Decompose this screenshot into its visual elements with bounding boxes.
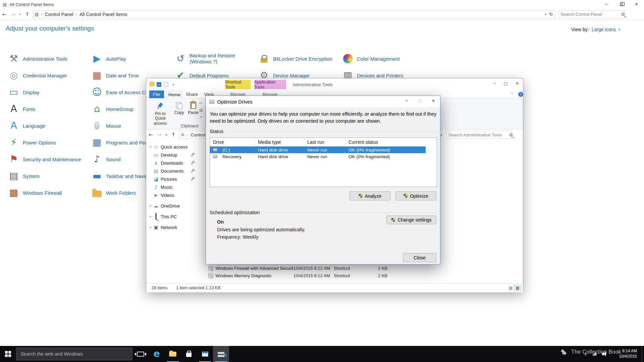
analyze-button[interactable]: Analyze — [350, 191, 390, 200]
control-panel-search-input[interactable] — [560, 12, 620, 17]
breadcrumb-control-panel[interactable]: Control Panel — [45, 12, 73, 17]
application-tools-tab[interactable]: Application Tools — [254, 80, 286, 89]
taskbar-clock[interactable]: 8:14 AM 10/4/2015 — [610, 349, 637, 359]
tab-file[interactable]: File — [149, 90, 164, 98]
chevron-collapsed-icon[interactable]: ▸ — [148, 204, 153, 207]
close-button[interactable]: Close — [403, 253, 436, 262]
change-settings-button[interactable]: Change settings — [386, 216, 436, 224]
task-view-button[interactable] — [132, 346, 149, 362]
shortcut-tools-tab[interactable]: Shortcut Tools — [225, 80, 251, 89]
recent-locations-chevron-icon[interactable]: ▾ — [164, 133, 169, 137]
restore-button[interactable] — [614, 0, 629, 9]
nav-pictures[interactable]: ◪ Pictures — [146, 175, 198, 183]
cp-item-administrative-tools[interactable]: ⚒ Administrative Tools — [7, 50, 91, 67]
back-button[interactable]: ← — [146, 132, 155, 138]
view-by-value[interactable]: Large icons — [592, 27, 616, 32]
minimize-button[interactable]: ─ — [489, 78, 500, 88]
taskbar-search-input[interactable] — [21, 351, 132, 357]
up-button[interactable]: ↑ — [169, 132, 178, 138]
address-dropdown-icon[interactable]: ▾ — [543, 12, 548, 16]
explorer-search-input[interactable] — [448, 132, 507, 137]
refresh-icon[interactable]: ↻ — [548, 12, 554, 17]
ribbon-collapse-chevron-icon[interactable]: ⌃ — [508, 90, 516, 98]
nav-documents[interactable]: ▤ Documents — [146, 167, 198, 175]
copy-button[interactable]: Copy — [172, 100, 186, 126]
start-button[interactable] — [0, 346, 16, 362]
qat-customize-chevron-icon[interactable]: ▾ — [171, 83, 176, 86]
pin-to-quick-access-button[interactable]: Pin to Quick access — [150, 100, 171, 126]
nav-downloads[interactable]: ↓ Downloads — [146, 159, 198, 167]
cut-icon[interactable]: ✂ — [199, 101, 203, 105]
minimize-button[interactable]: ─ — [599, 0, 614, 9]
up-button[interactable]: ↑ — [23, 11, 32, 17]
network-icon[interactable] — [590, 346, 599, 362]
forward-button[interactable]: → — [155, 132, 164, 138]
chevron-collapsed-icon[interactable]: ▸ — [148, 226, 153, 229]
column-header-current-status[interactable]: Current status — [345, 138, 437, 146]
file-row[interactable]: Windows Memory Diagnostic 10/4/2015 6:12… — [208, 272, 403, 279]
recent-locations-chevron-icon[interactable]: ▾ — [17, 12, 23, 16]
view-by-chevron-icon[interactable]: ▾ — [619, 28, 620, 31]
cp-item-credential-manager[interactable]: ◎ Credential Manager — [7, 67, 91, 84]
cp-item-security-and-maintenance[interactable]: ⚑ Security and Maintenance — [7, 151, 91, 168]
large-icons-view-toggle[interactable]: ▦ — [514, 285, 521, 291]
forward-button[interactable]: → — [9, 11, 17, 17]
breadcrumb-separator-icon[interactable]: › — [73, 12, 79, 16]
nav-this-pc[interactable]: ▸ This PC — [146, 213, 198, 221]
cp-item-fonts[interactable]: A Fonts — [7, 101, 91, 117]
nav-music[interactable]: ♪ Music — [146, 183, 198, 191]
paste-button-label: Paste — [188, 110, 199, 115]
drive-row-recovery[interactable]: Recovery Hard disk drive Never run OK (0… — [210, 153, 437, 160]
nav-onedrive[interactable]: ▸ ☁ OneDrive — [146, 202, 198, 210]
column-header-last-run[interactable]: Last run — [304, 138, 345, 146]
tab-home[interactable]: Home — [166, 90, 182, 98]
close-button[interactable]: ✕ — [427, 96, 440, 106]
nav-desktop[interactable]: ▭ Desktop — [146, 151, 198, 159]
volume-icon[interactable] — [599, 346, 607, 362]
column-header-drive[interactable]: Drive — [210, 138, 255, 146]
taskbar-app-control-panel[interactable] — [197, 346, 213, 362]
drive-row-c[interactable]: (C:) Hard disk drive Never run OK (0% fr… — [210, 146, 426, 153]
cp-item-windows-firewall[interactable]: ▩ Windows Firewall — [7, 184, 91, 201]
minimize-button[interactable]: ─ — [400, 96, 413, 106]
taskbar-app-store[interactable] — [181, 346, 197, 362]
breadcrumb-all-items[interactable]: All Control Panel Items — [79, 12, 127, 17]
close-button[interactable]: ✕ — [629, 0, 644, 9]
taskbar-app-file-explorer[interactable] — [165, 346, 181, 362]
maximize-button[interactable]: □ — [500, 78, 512, 88]
tray-overflow-chevron-icon[interactable]: ∧ — [581, 346, 590, 362]
help-icon[interactable]: ? — [517, 90, 524, 98]
file-row[interactable]: Windows Firewall with Advanced Security … — [208, 265, 403, 272]
paste-shortcut-icon[interactable]: ↗ — [199, 115, 203, 119]
qat-new-folder-icon[interactable] — [164, 82, 168, 87]
chevron-collapsed-icon[interactable]: ▸ — [148, 215, 153, 218]
paste-button[interactable]: Paste — [186, 100, 200, 126]
cp-item-language[interactable]: A Language — [7, 117, 91, 134]
optimize-button[interactable]: Optimize — [395, 191, 436, 200]
copy-path-icon[interactable]: ▧ — [199, 108, 203, 112]
chevron-expanded-icon[interactable]: ▾ — [148, 145, 153, 148]
details-view-toggle[interactable]: ▤ — [507, 285, 514, 291]
breadcrumb-separator-icon[interactable]: › — [184, 133, 191, 137]
qat-properties-icon[interactable]: ✓ — [157, 82, 161, 87]
cp-item-power-options[interactable]: ⚡ Power Options — [7, 134, 91, 151]
cp-item-system[interactable]: ▤ System — [7, 168, 91, 184]
cp-item-backup-and-restore[interactable]: ↺ Backup and Restore (Windows 7) — [174, 50, 257, 67]
cp-item-autoplay[interactable]: ▶ AutoPlay — [91, 50, 174, 67]
close-button[interactable]: ✕ — [512, 78, 523, 88]
breadcrumb-separator-icon[interactable]: › — [39, 12, 45, 16]
cp-item-bitlocker[interactable]: BitLocker Drive Encryption — [258, 50, 341, 67]
nav-videos[interactable]: ▶ Videos — [146, 191, 198, 199]
column-header-media-type[interactable]: Media type — [255, 138, 304, 146]
cp-item-color-management[interactable]: Color Management — [341, 50, 425, 67]
cp-item-display[interactable]: ▭ Display — [7, 84, 91, 101]
tab-share[interactable]: Share — [184, 90, 200, 98]
back-button[interactable]: ← — [0, 11, 9, 17]
nav-network[interactable]: ▸ ▣ Network — [146, 223, 198, 231]
taskbar-app-edge[interactable]: e — [149, 346, 165, 362]
address-box[interactable]: ▤ › Control Panel › All Control Panel It… — [33, 10, 555, 18]
nav-quick-access[interactable]: ▾ ☆ Quick access — [146, 143, 198, 151]
control-panel-titlebar: ▤ All Control Panel Items ─ ✕ — [0, 0, 644, 9]
show-desktop-button[interactable] — [642, 346, 644, 362]
taskbar-app-optimize-drives[interactable] — [213, 346, 229, 362]
